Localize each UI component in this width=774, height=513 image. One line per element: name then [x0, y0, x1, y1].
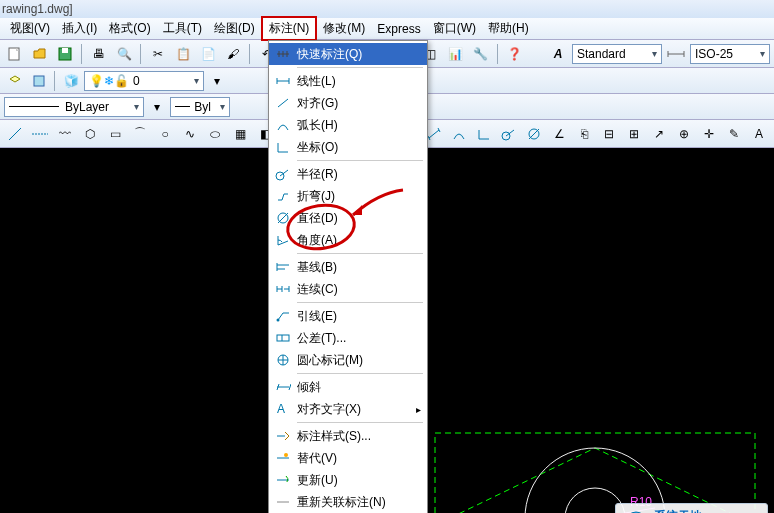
menu-separator: [297, 160, 423, 161]
menu-item-label: 重新关联标注(N): [297, 494, 386, 511]
dimstyle-icon[interactable]: [665, 43, 687, 65]
menu-item-override[interactable]: 替代(V): [269, 447, 427, 469]
match-button[interactable]: 🖌: [222, 43, 244, 65]
menu-item-tolerance[interactable]: 公差(T)...: [269, 327, 427, 349]
lineweight-combo[interactable]: Byl: [170, 97, 230, 117]
menu-item-aligntext[interactable]: A对齐文字(X): [269, 398, 427, 420]
menu-插入[interactable]: 插入(I): [56, 18, 103, 39]
menu-窗口[interactable]: 窗口(W): [427, 18, 482, 39]
linetype-value: ByLayer: [65, 100, 109, 114]
textstyle-icon[interactable]: A: [547, 43, 569, 65]
menu-separator: [297, 422, 423, 423]
spline-button[interactable]: ∿: [179, 123, 201, 145]
menu-标注[interactable]: 标注(N): [261, 16, 318, 41]
ordinate-icon: [273, 138, 293, 156]
layer-tool-button[interactable]: 🧊: [60, 70, 82, 92]
menu-item-label: 对齐(G): [297, 95, 338, 112]
separator: [497, 44, 499, 64]
menu-视图[interactable]: 视图(V): [4, 18, 56, 39]
menu-格式[interactable]: 格式(O): [103, 18, 156, 39]
paste-button[interactable]: 📄: [197, 43, 219, 65]
dim-leader-button[interactable]: ↗: [648, 123, 670, 145]
menu-separator: [297, 302, 423, 303]
dim-radius-button[interactable]: [498, 123, 520, 145]
polygon-button[interactable]: ⬡: [79, 123, 101, 145]
layer-state-button[interactable]: [28, 70, 50, 92]
rect-button[interactable]: ▭: [104, 123, 126, 145]
save-button[interactable]: [54, 43, 76, 65]
menu-item-jogged[interactable]: 折弯(J): [269, 185, 427, 207]
menu-separator: [297, 67, 423, 68]
dim-tedit-button[interactable]: A: [748, 123, 770, 145]
dimension-dropdown: 快速标注(Q)线性(L)对齐(G)弧长(H)坐标(O)半径(R)折弯(J)直径(…: [268, 40, 428, 513]
dim-continue-button[interactable]: ⊞: [623, 123, 645, 145]
print-button[interactable]: 🖶: [88, 43, 110, 65]
properties-button[interactable]: 📊: [445, 43, 467, 65]
dim-quick-button[interactable]: ⎗: [573, 123, 595, 145]
menu-item-diameter[interactable]: 直径(D): [269, 207, 427, 229]
menu-item-reassoc[interactable]: 重新关联标注(N): [269, 491, 427, 513]
svg-rect-3: [34, 76, 44, 86]
dimstyle-value: ISO-25: [695, 47, 733, 61]
pline-button[interactable]: 〰: [54, 123, 76, 145]
menu-item-angular[interactable]: 角度(A): [269, 229, 427, 251]
menu-item-ordinate[interactable]: 坐标(O): [269, 136, 427, 158]
new-button[interactable]: [4, 43, 26, 65]
line-button[interactable]: [4, 123, 26, 145]
layer-more-button[interactable]: ▾: [206, 70, 228, 92]
menu-item-aligned[interactable]: 对齐(G): [269, 92, 427, 114]
menu-item-arc[interactable]: 弧长(H): [269, 114, 427, 136]
dim-angular-button[interactable]: ∠: [548, 123, 570, 145]
preview-button[interactable]: 🔍: [113, 43, 135, 65]
linetype-combo[interactable]: ByLayer: [4, 97, 144, 117]
xline-button[interactable]: [29, 123, 51, 145]
watermark-line1: 系统天地: [654, 508, 759, 513]
dim-diameter-button[interactable]: [523, 123, 545, 145]
svg-text:A: A: [277, 402, 285, 416]
ellipse-button[interactable]: ⬭: [204, 123, 226, 145]
menu-item-update[interactable]: 更新(U): [269, 469, 427, 491]
menu-item-label: 直径(D): [297, 210, 338, 227]
oblique-icon: [273, 378, 293, 396]
dim-edit-button[interactable]: ✎: [723, 123, 745, 145]
circle-button[interactable]: ○: [154, 123, 176, 145]
menu-item-leader[interactable]: 引线(E): [269, 305, 427, 327]
diameter-icon: [273, 209, 293, 227]
textstyle-combo[interactable]: Standard: [572, 44, 662, 64]
menu-item-center[interactable]: 圆心标记(M): [269, 349, 427, 371]
menu-item-baseline[interactable]: 基线(B): [269, 256, 427, 278]
menu-item-style[interactable]: 标注样式(S)...: [269, 425, 427, 447]
layer-combo[interactable]: 💡❄🔓 0: [84, 71, 204, 91]
linetype-btn[interactable]: ▾: [146, 96, 168, 118]
arc-button[interactable]: ⌒: [129, 123, 151, 145]
dim-tolerance-button[interactable]: ⊕: [673, 123, 695, 145]
menu-帮助[interactable]: 帮助(H): [482, 18, 535, 39]
menu-item-label: 坐标(O): [297, 139, 338, 156]
menu-工具[interactable]: 工具(T): [157, 18, 208, 39]
menu-绘图[interactable]: 绘图(D): [208, 18, 261, 39]
dim-baseline-button[interactable]: ⊟: [598, 123, 620, 145]
copy-button[interactable]: 📋: [172, 43, 194, 65]
dim-center-button[interactable]: ✛: [698, 123, 720, 145]
menu-修改[interactable]: 修改(M): [317, 18, 371, 39]
hatch-button[interactable]: ▦: [229, 123, 251, 145]
menu-item-linear[interactable]: 线性(L): [269, 70, 427, 92]
open-button[interactable]: [29, 43, 51, 65]
dim-ordinate-button[interactable]: [473, 123, 495, 145]
menu-item-label: 线性(L): [297, 73, 336, 90]
dimstyle-combo[interactable]: ISO-25: [690, 44, 770, 64]
dim-arc-button[interactable]: [448, 123, 470, 145]
menu-item-continue[interactable]: 连续(C): [269, 278, 427, 300]
menu-item-oblique[interactable]: 倾斜: [269, 376, 427, 398]
menu-item-radius[interactable]: 半径(R): [269, 163, 427, 185]
linear-icon: [273, 72, 293, 90]
cut-button[interactable]: ✂: [147, 43, 169, 65]
arc-icon: [273, 116, 293, 134]
layer-prop-button[interactable]: [4, 70, 26, 92]
menu-express[interactable]: Express: [371, 20, 426, 38]
menu-item-quick[interactable]: 快速标注(Q): [269, 43, 427, 65]
aligned-icon: [273, 94, 293, 112]
help-button[interactable]: ❓: [504, 43, 526, 65]
design-center-button[interactable]: 🔧: [470, 43, 492, 65]
separator: [140, 44, 142, 64]
